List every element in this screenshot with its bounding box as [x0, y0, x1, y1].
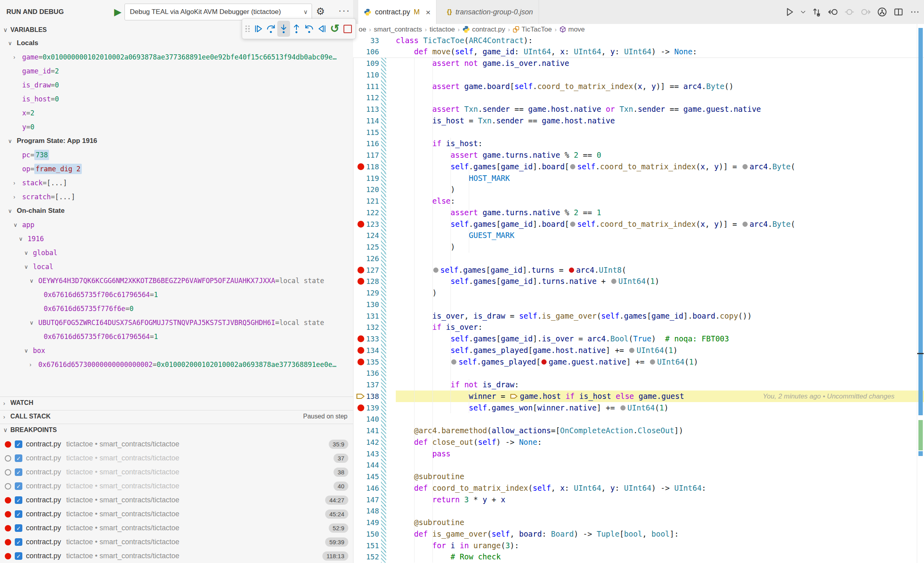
- variables-tree-item[interactable]: game_id = 2: [0, 64, 353, 78]
- code-line-content[interactable]: def close_out(self) -> None:: [396, 436, 542, 448]
- drag-grip-icon[interactable]: [245, 26, 250, 32]
- inline-breakpoint-candidate-icon[interactable]: [742, 164, 748, 169]
- variables-tree-item[interactable]: ∨app: [0, 218, 353, 232]
- line-number[interactable]: 129: [361, 287, 379, 299]
- breakpoint-checkbox[interactable]: ✓: [15, 524, 22, 532]
- line-number[interactable]: 122: [361, 207, 379, 218]
- line-number[interactable]: 151: [361, 540, 379, 551]
- breakpoint-row[interactable]: ✓contract.pytictactoe • smart_contracts/…: [0, 479, 353, 493]
- chevron-down-icon[interactable]: ∨: [30, 319, 38, 326]
- variables-tree-item[interactable]: ∨Program State: App 1916: [0, 134, 353, 148]
- line-number[interactable]: 139: [361, 402, 379, 414]
- inline-breakpoint-candidate-icon[interactable]: [650, 359, 655, 365]
- line-number[interactable]: 148: [361, 505, 379, 517]
- code-line-content[interactable]: ): [396, 184, 455, 195]
- breakpoint-checkbox[interactable]: ✓: [15, 552, 22, 560]
- line-number[interactable]: 109: [361, 57, 379, 69]
- line-number[interactable]: 134: [361, 345, 379, 356]
- code-line-content[interactable]: if is_over:: [396, 321, 482, 333]
- line-number[interactable]: 144: [361, 459, 379, 471]
- code-line-content[interactable]: # Row check: [396, 551, 501, 563]
- overview-ruler[interactable]: [917, 0, 924, 563]
- line-number[interactable]: 33: [361, 35, 379, 46]
- step-over-button[interactable]: [265, 21, 277, 37]
- line-number[interactable]: 149: [361, 517, 379, 528]
- code-line-content[interactable]: is_host = Txn.sender == game.host.native: [396, 115, 615, 127]
- variables-tree-item[interactable]: x = 2: [0, 106, 353, 120]
- code-line-content[interactable]: ): [396, 241, 455, 253]
- code-line-content[interactable]: self.games[game_id].turns.native + UInt6…: [396, 276, 659, 287]
- code-line-content[interactable]: assert game.board[self.coord_to_matrix_i…: [396, 81, 734, 92]
- breakpoint-checkbox[interactable]: ✓: [15, 454, 22, 462]
- variables-tree-item[interactable]: 0x67616d65735f706c61796564 = 1: [0, 287, 353, 301]
- code-line-content[interactable]: @subroutine: [396, 471, 464, 482]
- code-line-content[interactable]: else:: [396, 195, 455, 207]
- breakpoint-row[interactable]: ✓contract.pytictactoe • smart_contracts/…: [0, 507, 353, 521]
- chevron-down-icon[interactable]: ∨: [24, 264, 33, 270]
- inline-breakpoint-candidate-icon[interactable]: [620, 405, 626, 410]
- line-number[interactable]: 128: [361, 276, 379, 287]
- code-line-content[interactable]: assert game.turns.native % 2 == 0: [396, 149, 601, 161]
- line-number[interactable]: 116: [361, 138, 379, 149]
- breakpoint-row[interactable]: ✓contract.pytictactoe • smart_contracts/…: [0, 465, 353, 479]
- chevron-down-icon[interactable]: ∨: [24, 347, 33, 354]
- inline-breakpoint-candidate-icon[interactable]: [570, 164, 575, 169]
- line-number[interactable]: 147: [361, 494, 379, 506]
- breakpoint-checkbox[interactable]: ✓: [15, 468, 22, 476]
- variables-tree-item[interactable]: ›scratch = [...]: [0, 190, 353, 204]
- restart-button[interactable]: ↺: [328, 21, 341, 37]
- line-number[interactable]: 141: [361, 425, 379, 436]
- line-number[interactable]: 118: [361, 161, 379, 172]
- variables-tree-item[interactable]: ∨local: [0, 260, 353, 274]
- breakpoint-checkbox[interactable]: ✓: [15, 496, 22, 504]
- code-line-content[interactable]: HOST_MARK: [396, 172, 510, 184]
- variables-tree-item[interactable]: ∨1916: [0, 232, 353, 246]
- launch-config-select[interactable]: Debug TEAL via AlgoKit AVM Debugger (tic…: [124, 4, 312, 20]
- step-back-button[interactable]: [303, 21, 316, 37]
- breakpoint-checkbox[interactable]: ✓: [15, 510, 22, 518]
- more-actions-icon[interactable]: ···: [338, 5, 350, 16]
- line-number[interactable]: 136: [361, 367, 379, 379]
- code-line-content[interactable]: ): [396, 287, 437, 299]
- line-number[interactable]: 133: [361, 333, 379, 345]
- inline-breakpoint-candidate-icon[interactable]: [451, 359, 456, 365]
- inline-breakpoint-candidate-icon[interactable]: [629, 348, 634, 353]
- variables-tree-item[interactable]: 0x67616d65735f776f6e = 0: [0, 301, 353, 315]
- code-line-content[interactable]: GUEST_MARK: [396, 230, 514, 241]
- chevron-down-icon[interactable]: ∨: [30, 278, 38, 284]
- code-line-content[interactable]: self.games_won[winner.native] += UInt64(…: [396, 402, 669, 414]
- breakpoint-row[interactable]: ✓contract.pytictactoe • smart_contracts/…: [0, 451, 353, 465]
- inline-breakpoint-icon[interactable]: [541, 359, 547, 365]
- call-stack-section-header[interactable]: › CALL STACK Paused on step: [0, 410, 353, 422]
- inline-breakpoint-candidate-icon[interactable]: [433, 268, 438, 273]
- line-number[interactable]: 106: [361, 46, 379, 57]
- breakpoint-checkbox[interactable]: ✓: [15, 482, 22, 490]
- line-number[interactable]: 132: [361, 321, 379, 333]
- line-number[interactable]: 123: [361, 218, 379, 230]
- code-line-content[interactable]: assert Txn.sender == game.host.native or…: [396, 103, 761, 115]
- line-number[interactable]: 138: [361, 391, 379, 402]
- line-number[interactable]: 120: [361, 184, 379, 195]
- variables-tree-item[interactable]: y = 0: [0, 120, 353, 134]
- line-number[interactable]: 124: [361, 230, 379, 241]
- line-number[interactable]: 119: [361, 172, 379, 184]
- code-line-content[interactable]: @arc4.baremethod(allow_actions=[OnComple…: [396, 425, 683, 436]
- code-editor[interactable]: 33class TicTacToe(ARC4Contract):106 def …: [353, 0, 924, 563]
- code-line-content[interactable]: assert not game.is_over.native: [396, 57, 569, 69]
- line-number[interactable]: 113: [361, 103, 379, 115]
- code-line-content[interactable]: assert game.turns.native % 2 == 1: [396, 207, 601, 218]
- line-number[interactable]: 115: [361, 127, 379, 138]
- chevron-down-icon[interactable]: ∨: [8, 40, 17, 46]
- code-line-content[interactable]: if is_host:: [396, 138, 482, 149]
- line-number[interactable]: 135: [361, 356, 379, 368]
- line-number[interactable]: 150: [361, 528, 379, 540]
- code-line-content[interactable]: class TicTacToe(ARC4Contract):: [396, 35, 533, 46]
- watch-section-header[interactable]: › WATCH: [0, 396, 353, 409]
- code-line-content[interactable]: self.games_played[game.host.native] += U…: [396, 345, 677, 356]
- code-line-content[interactable]: if not is_draw:: [396, 379, 519, 391]
- chevron-down-icon[interactable]: ∨: [24, 250, 33, 256]
- step-into-button[interactable]: [277, 21, 290, 37]
- variables-tree-item[interactable]: 0x67616d65735f706c61796564 = 1: [0, 329, 353, 343]
- variables-tree-item[interactable]: ∨global: [0, 246, 353, 260]
- code-line-content[interactable]: return 3 * y + x: [396, 494, 505, 506]
